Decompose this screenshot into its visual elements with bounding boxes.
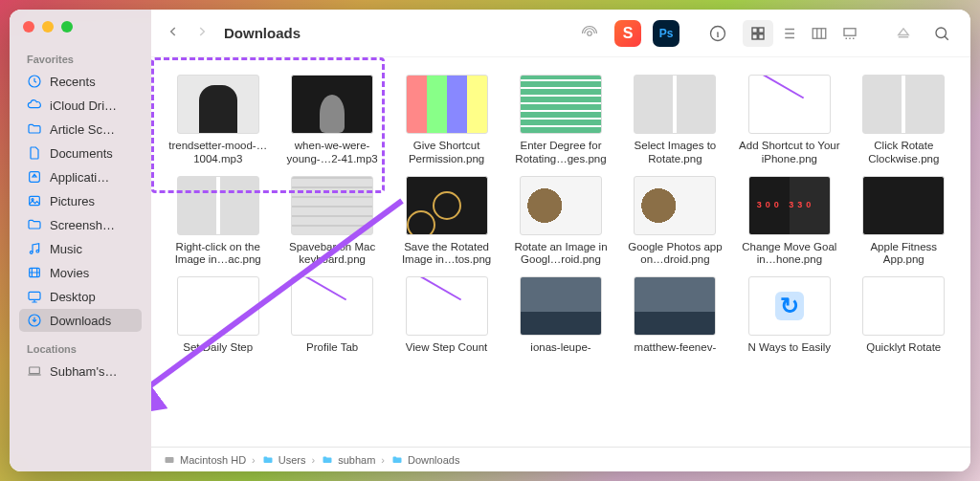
file-item[interactable]: trendsetter-mood-…1004.mp3 [163,75,273,166]
column-view-button[interactable] [804,20,835,47]
file-thumbnail [634,176,716,235]
file-item[interactable]: matthew-feenev- [620,276,730,355]
movie-icon [27,265,42,280]
file-name: Change Move Goal in…hone.png [737,241,842,268]
file-grid-area: trendsetter-mood-…1004.mp3when-we-were-y… [151,57,970,447]
sidebar-item-movies[interactable]: Movies [19,261,142,284]
sidebar-item-screenshots[interactable]: Screensh… [19,213,142,236]
file-thumbnail [634,75,716,134]
main-pane: Downloads S Ps trend [151,10,970,471]
path-crumb[interactable]: Users [261,454,306,466]
file-name: ionas-leupe- [530,341,590,355]
file-name: Spavebar on Mac keyboard.png [279,241,385,268]
file-thumbnail [291,75,373,134]
svg-rect-13 [759,28,764,33]
svg-rect-2 [30,196,40,205]
icon-view-button[interactable] [743,20,773,47]
path-crumb[interactable]: Macintosh HD [163,454,246,466]
sidebar-item-computer[interactable]: Subham's… [19,360,142,383]
forward-button[interactable] [195,25,209,42]
file-item[interactable]: ionas-leupe- [505,276,615,355]
sidebar-item-music[interactable]: Music [19,237,142,260]
sidebar-item-pictures[interactable]: Pictures [19,189,142,212]
file-item[interactable]: Save the Rotated Image in…tos.png [391,176,501,268]
file-name: trendsetter-mood-…1004.mp3 [166,140,271,166]
file-name: Select Images to Rotate.png [622,140,727,166]
file-thumbnail [406,75,488,134]
minimize-button[interactable] [42,21,54,33]
file-item[interactable]: View Step Count [391,276,501,355]
file-item[interactable]: Quicklyt Rotate [849,276,959,355]
maximize-button[interactable] [61,21,73,33]
file-item[interactable]: Rotate an Image in Googl…roid.png [505,176,615,268]
file-item[interactable]: N Ways to Easily [734,276,844,355]
file-item[interactable]: Click Rotate Clockwise.png [849,75,959,166]
finder-window: Favorites Recents iCloud Dri… Article Sc… [10,10,970,471]
window-title: Downloads [224,25,301,41]
svg-rect-15 [759,33,764,38]
file-thumbnail [291,276,373,336]
file-name: Profile Tab [306,341,358,355]
laptop-icon [27,363,42,379]
file-item[interactable]: Add Shortcut to Your iPhone.png [734,75,844,166]
file-name: Quicklyt Rotate [866,341,941,355]
file-item[interactable]: Give Shortcut Permission.png [391,75,501,166]
file-name: Set Daily Step [183,341,253,355]
file-item[interactable]: Right-click on the Image in…ac.png [163,176,273,268]
file-name: Google Photos app on…droid.png [622,241,727,268]
folder-icon [27,217,42,232]
sidebar-item-applications[interactable]: Applicati… [19,165,142,188]
chevron-icon: › [250,454,257,466]
sidebar-item-recents[interactable]: Recents [19,70,142,93]
file-thumbnail [177,276,259,336]
file-item[interactable]: Set Daily Step [163,276,273,355]
file-thumbnail [862,276,945,336]
file-name: when-we-were-young-…2-41.mp3 [279,140,385,166]
sidebar-item-desktop[interactable]: Desktop [19,285,142,308]
locations-heading: Locations [19,339,142,359]
file-thumbnail [520,276,602,336]
back-button[interactable] [167,25,180,42]
file-item[interactable]: Apple Fitness App.png [849,176,959,268]
path-crumb[interactable]: subham [321,454,375,466]
file-thumbnail [177,75,259,134]
file-name: Right-click on the Image in…ac.png [166,241,271,268]
path-bar: Macintosh HD › Users › subham › Download… [151,447,970,471]
svg-point-18 [936,28,947,38]
svg-rect-20 [166,457,174,463]
gallery-view-button[interactable] [835,20,865,47]
app-icon-s[interactable]: S [614,20,641,47]
sidebar-item-downloads[interactable]: Downloads [19,309,142,332]
file-item[interactable]: Profile Tab [277,276,387,355]
file-item[interactable]: Select Images to Rotate.png [620,75,730,166]
file-item[interactable]: Change Move Goal in…hone.png [734,176,844,268]
file-thumbnail [177,176,259,235]
search-button[interactable] [928,20,955,47]
file-name: Enter Degree for Rotating…ges.png [508,140,613,166]
svg-rect-16 [813,28,826,38]
file-name: Save the Rotated Image in…tos.png [394,241,500,268]
svg-point-10 [588,31,592,35]
airdrop-icon[interactable] [576,20,603,47]
list-view-button[interactable] [773,20,804,47]
music-icon [27,241,42,256]
file-item[interactable]: Spavebar on Mac keyboard.png [277,176,387,268]
file-item[interactable]: when-we-were-young-…2-41.mp3 [277,75,387,166]
file-thumbnail [748,276,831,336]
file-name: Click Rotate Clockwise.png [851,140,956,166]
file-name: Rotate an Image in Googl…roid.png [508,241,613,268]
document-icon [27,145,42,161]
close-button[interactable] [23,21,34,33]
svg-point-4 [30,251,33,254]
path-crumb[interactable]: Downloads [390,454,459,466]
info-button[interactable] [704,20,731,47]
sidebar-item-icloud[interactable]: iCloud Dri… [19,94,142,117]
file-item[interactable]: Enter Degree for Rotating…ges.png [505,75,615,166]
sidebar-item-article[interactable]: Article Sc… [19,118,142,141]
eject-icon[interactable] [890,20,917,47]
app-icon-photoshop[interactable]: Ps [653,20,679,47]
file-thumbnail [862,176,945,235]
file-item[interactable]: Google Photos app on…droid.png [620,176,730,268]
svg-point-5 [36,250,39,252]
sidebar-item-documents[interactable]: Documents [19,142,142,164]
